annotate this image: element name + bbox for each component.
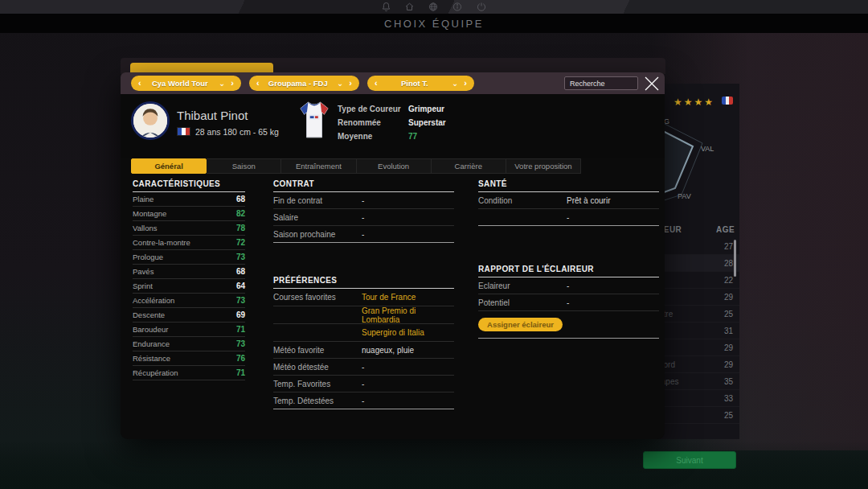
preference-row: Supergiro di Italia <box>273 324 454 342</box>
scout-row: Eclaireur- <box>478 277 659 294</box>
chevron-down-icon[interactable]: ⌄ <box>219 80 225 88</box>
rider-flag-france <box>177 127 190 136</box>
screen-title: CHOIX ÉQUIPE <box>384 18 484 30</box>
table-header-age: AGE <box>716 225 735 234</box>
tab-evolution[interactable]: Evolution <box>357 158 432 174</box>
stat-row: Sprint64 <box>133 279 245 294</box>
stat-row: Accélération73 <box>133 294 245 308</box>
bell-icon[interactable] <box>382 2 391 12</box>
chevron-down-icon[interactable]: ⌄ <box>337 80 343 88</box>
globe-icon[interactable] <box>428 2 439 12</box>
stat-row: Récupération71 <box>133 366 245 380</box>
contract-row: Saison prochaine- <box>273 226 454 243</box>
section-title-sante: SANTÉ <box>478 179 659 192</box>
preference-row: Météo favoritenuageux, pluie <box>273 342 454 359</box>
radar-label-val: VAL <box>701 145 714 153</box>
preference-row: Météo détestée- <box>273 359 454 376</box>
stat-row: Résistance76 <box>133 351 245 366</box>
stat-row: Endurance73 <box>133 337 245 351</box>
team-jersey-icon <box>299 101 330 142</box>
rider-name: Thibaut Pinot <box>177 109 248 122</box>
team-star-rating: ★★★★ <box>674 97 714 108</box>
tab-carriere[interactable]: Carrière <box>432 158 506 174</box>
radar-label-mg: G <box>664 117 669 125</box>
preference-row: Courses favoritesTour de France <box>273 289 454 306</box>
info-row: Moyenne 77 <box>338 129 530 143</box>
division-selector-label: Cya World Tour <box>141 79 219 88</box>
search-input[interactable] <box>564 76 638 90</box>
power-icon[interactable] <box>477 2 487 12</box>
radar-label-pav: PAV <box>678 192 691 200</box>
contract-row: Salaire- <box>273 209 454 226</box>
section-title-preferences: PRÉFÉRENCES <box>273 276 454 289</box>
contract-row: Fin de contrat- <box>273 192 454 209</box>
next-arrow-icon[interactable]: › <box>464 79 467 88</box>
top-strip <box>0 0 868 14</box>
rider-info-grid: Type de Coureur Grimpeur Renommée Supers… <box>338 102 530 143</box>
rider-details: 28 ans 180 cm - 65 kg <box>195 127 279 137</box>
favorite-race: Tour de France <box>362 293 416 302</box>
section-title-contrat: CONTRAT <box>273 179 454 192</box>
section-title-rapport-eclaireur: RAPPORT DE L'ÉCLAIREUR <box>478 265 659 277</box>
next-arrow-icon[interactable]: › <box>231 79 234 88</box>
team-selector-label: Groupama - FDJ <box>260 79 337 88</box>
stat-row: Montagne82 <box>133 207 245 221</box>
health-row: - <box>478 209 659 226</box>
rider-selector[interactable]: ‹ Pinot T. ⌄ › <box>367 76 474 91</box>
screen: CHOIX ÉQUIPE ★★★★ G VAL PAV REUR AGE 27 … <box>0 0 868 489</box>
info-row: Type de Coureur Grimpeur <box>338 102 530 116</box>
table-scrollbar[interactable] <box>734 240 736 277</box>
condition-value: Prêt à courir <box>567 196 610 205</box>
modal-header: ‹ Cya World Tour ⌄ › ‹ Groupama - FDJ ⌄ … <box>121 72 665 94</box>
section-title-characteristiques: CARACTÉRISTIQUES <box>133 179 245 192</box>
profile-tabs: Général Saison Entraînement Evolution Ca… <box>131 158 581 174</box>
rider-summary-band: Thibaut Pinot 28 ans 180 cm - 65 kg Type… <box>121 94 665 158</box>
favorite-race: Gran Premio di Lombardia <box>362 306 454 324</box>
top-icon-bar <box>382 2 487 12</box>
health-row: ConditionPrêt à courir <box>478 192 659 209</box>
favorite-race: Supergiro di Italia <box>362 328 424 337</box>
tab-votre-proposition[interactable]: Votre proposition <box>506 158 581 174</box>
stat-row: Contre-la-montre72 <box>133 236 245 250</box>
characteristics-section: CARACTÉRISTIQUES Plaine68 Montagne82 Val… <box>133 179 245 380</box>
contract-preferences-column: CONTRAT Fin de contrat- Salaire- Saison … <box>273 179 454 409</box>
rider-average-value: 77 <box>408 132 417 141</box>
team-flag-france <box>722 97 733 105</box>
tab-entrainement[interactable]: Entraînement <box>281 158 356 174</box>
stat-row: Pavés68 <box>133 265 245 279</box>
preference-row: Temp. Favorites- <box>273 376 454 392</box>
rider-fame-value: Superstar <box>408 118 446 127</box>
rider-profile-modal: ‹ Cya World Tour ⌄ › ‹ Groupama - FDJ ⌄ … <box>121 72 665 439</box>
preference-row: Temp. Détestées- <box>273 392 454 409</box>
rider-type-value: Grimpeur <box>408 105 444 113</box>
stat-row: Vallons78 <box>133 221 245 236</box>
chevron-down-icon[interactable]: ⌄ <box>452 80 458 88</box>
rider-selector-label: Pinot T. <box>378 79 452 88</box>
home-icon[interactable] <box>405 2 415 12</box>
health-scout-column: SANTÉ ConditionPrêt à courir - RAPPORT D… <box>478 179 659 339</box>
assign-scout-button[interactable]: Assigner éclaireur <box>478 318 563 331</box>
info-icon[interactable] <box>452 2 463 12</box>
team-selector[interactable]: ‹ Groupama - FDJ ⌄ › <box>249 76 359 91</box>
stat-row: Prologue73 <box>133 250 245 265</box>
close-icon[interactable] <box>641 75 662 92</box>
stat-row: Baroudeur71 <box>133 323 245 337</box>
scout-row: Potentiel- <box>478 294 659 311</box>
section-divider <box>478 331 659 339</box>
stat-row: Plaine68 <box>133 192 245 207</box>
preference-row: Gran Premio di Lombardia <box>273 306 454 324</box>
tab-saison[interactable]: Saison <box>207 158 281 174</box>
stat-row: Descente69 <box>133 308 245 323</box>
background-glow-bottom <box>0 441 868 489</box>
tab-general[interactable]: Général <box>131 158 207 174</box>
rider-avatar <box>131 101 170 140</box>
screen-title-bar: CHOIX ÉQUIPE <box>0 14 868 33</box>
next-button[interactable]: Suivant <box>643 451 736 469</box>
division-selector[interactable]: ‹ Cya World Tour ⌄ › <box>131 76 241 91</box>
next-arrow-icon[interactable]: › <box>349 79 352 88</box>
info-row: Renommée Superstar <box>338 116 530 129</box>
